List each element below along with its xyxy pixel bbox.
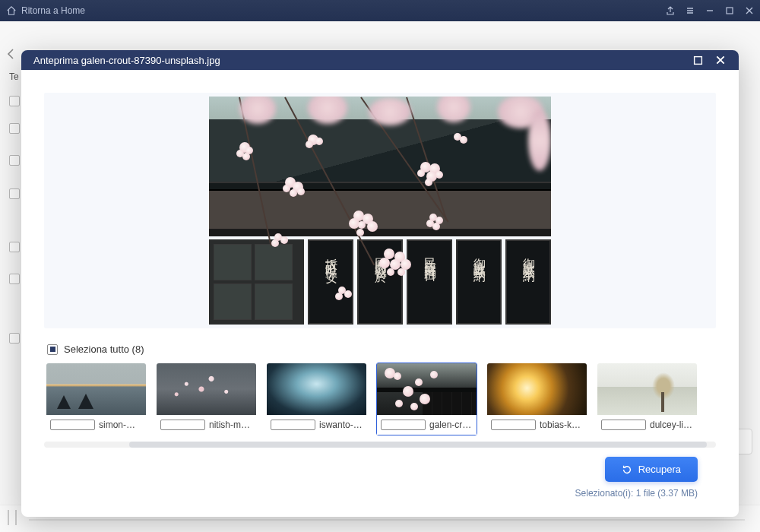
thumbnail-selected[interactable]: galen-crout-87390-... (376, 363, 477, 435)
close-icon[interactable] (745, 6, 754, 15)
thumb-scrollbar[interactable] (44, 442, 716, 448)
thumb-filename: simon-matzinger-U... (99, 420, 142, 430)
bg-checkbox[interactable] (9, 155, 20, 166)
thumb-checkbox[interactable] (160, 420, 205, 430)
modal-header: Anteprima galen-crout-87390-unsplash.jpg (21, 50, 739, 70)
recover-button-label: Recupera (638, 464, 681, 475)
preview-image: 坂下町保安 同門教習於 民放舞踊日 御詠歌奉納 御詠歌本納 (209, 97, 551, 325)
thumb-checkbox[interactable] (601, 420, 646, 430)
thumb-filename: tobias-keller-10426... (540, 420, 583, 430)
menu-icon[interactable] (686, 6, 695, 15)
preview-modal: Anteprima galen-crout-87390-unsplash.jpg (21, 50, 739, 517)
maximize-icon[interactable] (725, 6, 734, 15)
titlebar-home-link[interactable]: Ritorna a Home (21, 5, 666, 16)
thumbnail[interactable]: simon-matzinger-U... (46, 363, 147, 435)
thumb-checkbox[interactable] (50, 420, 95, 430)
preview-area: 坂下町保安 同門教習於 民放舞踊日 御詠歌奉納 御詠歌本納 (44, 93, 716, 328)
recover-button[interactable]: Recupera (605, 457, 698, 482)
svg-rect-0 (727, 8, 733, 14)
thumb-checkbox[interactable] (491, 420, 536, 430)
thumb-filename: iswanto-arif-74269... (319, 420, 363, 430)
minimize-icon[interactable] (705, 6, 714, 15)
thumbnail[interactable]: nitish-meena-6164... (156, 363, 257, 435)
thumb-checkbox[interactable] (271, 420, 315, 430)
thumbnail[interactable]: tobias-keller-10426... (486, 363, 587, 435)
select-all-checkbox[interactable] (47, 344, 58, 355)
thumb-checkbox[interactable] (381, 420, 426, 430)
bg-checkbox[interactable] (9, 188, 20, 199)
thumbnail[interactable]: dulcey-lima-12023... (597, 363, 698, 435)
modal-title: Anteprima galen-crout-87390-unsplash.jpg (33, 55, 692, 66)
svg-rect-1 (694, 56, 701, 64)
bg-checkbox[interactable] (9, 242, 20, 252)
share-icon[interactable] (666, 6, 675, 15)
bg-checkbox[interactable] (9, 96, 20, 106)
thumbnail-strip: simon-matzinger-U... nitish-meena-6164..… (44, 363, 716, 435)
bg-checkbox[interactable] (9, 123, 20, 134)
selected-info: Selezionato(i): 1 file (3.37 MB) (62, 488, 698, 499)
modal-close-icon[interactable] (714, 54, 727, 66)
app-titlebar: Ritorna a Home (0, 0, 760, 21)
home-icon[interactable] (6, 5, 17, 16)
modal-maximize-icon[interactable] (692, 54, 704, 66)
bg-checkbox[interactable] (9, 333, 20, 344)
thumbnail[interactable]: iswanto-arif-74269... (266, 363, 367, 435)
bg-sidebar-label: Te (9, 71, 19, 82)
back-icon[interactable] (3, 46, 20, 62)
thumb-filename: dulcey-lima-12023... (650, 420, 693, 430)
thumb-filename: nitish-meena-6164... (209, 420, 252, 430)
bg-checkbox[interactable] (9, 274, 20, 284)
thumb-filename: galen-crout-87390-... (429, 420, 473, 430)
select-all-label: Seleziona tutto (8) (64, 344, 144, 355)
